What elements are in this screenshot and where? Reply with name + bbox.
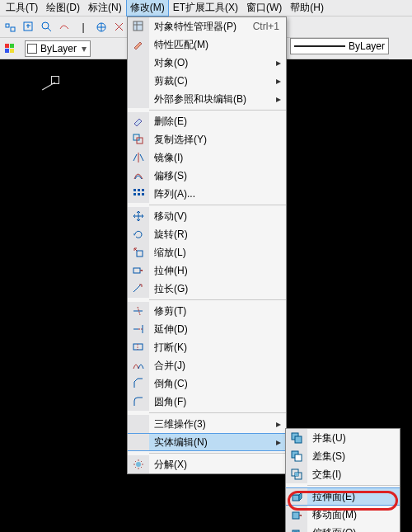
svg-rect-0 [6,24,9,27]
menu-item-match-properties[interactable]: 特性匹配(M) [128,35,286,54]
svg-rect-18 [137,251,143,257]
menu-item-object[interactable]: 对象(O)▸ [128,54,286,72]
layer-color-combo[interactable]: ByLayer ▾ [25,40,91,57]
menu-item-join[interactable]: 合并(J) [128,356,286,374]
menu-tools[interactable]: 工具(T) [2,0,42,16]
extend-icon [128,320,149,338]
tool-btn-5[interactable] [94,20,109,35]
menu-item-clip[interactable]: 剪裁(C)▸ [128,72,286,90]
svg-rect-7 [5,49,9,53]
menu-window[interactable]: 窗口(W) [242,0,286,16]
menu-bar: 工具(T) 绘图(D) 标注(N) 修改(M) ET扩展工具(X) 窗口(W) … [0,0,412,16]
move-icon [128,207,149,225]
svg-rect-1 [11,27,15,31]
menu-item-erase[interactable]: 删除(E) [128,112,286,130]
linetype-combo[interactable]: ByLayer [290,38,389,54]
svg-rect-19 [133,268,140,273]
svg-rect-25 [295,454,302,461]
menu-item-offset[interactable]: 偏移(S) [128,167,286,185]
menu-item-3d-operations[interactable]: 三维操作(3)▸ [128,415,286,433]
offset-face-icon [286,524,307,532]
svg-rect-5 [5,44,9,48]
submenu-arrow-icon: ▸ [274,418,283,430]
menu-item-move[interactable]: 移动(V) [128,207,286,225]
menu-item-explode[interactable]: 分解(X) [128,455,286,473]
explode-icon [128,455,149,473]
menu-item-trim[interactable]: 修剪(T) [128,302,286,320]
submenu-item-union[interactable]: 并集(U) [286,429,400,447]
menu-modify[interactable]: 修改(M) [126,0,169,16]
svg-rect-14 [142,189,144,191]
layer-color-label: ByLayer [40,43,77,54]
menu-item-rotate[interactable]: 旋转(R) [128,225,286,243]
svg-rect-29 [293,495,299,501]
array-icon [128,185,149,203]
menu-item-fillet[interactable]: 圆角(F) [128,393,286,411]
submenu-item-subtract[interactable]: 差集(S) [286,447,400,465]
svg-rect-30 [293,512,299,519]
submenu-item-extrude-face[interactable]: 拉伸面(E) [286,487,400,506]
svg-rect-12 [133,189,136,191]
menu-item-array[interactable]: 阵列(A)... [128,185,286,203]
linetype-preview-icon [294,45,345,47]
rotate-icon [128,225,149,243]
menu-help[interactable]: 帮助(H) [286,0,328,16]
join-icon [128,356,149,374]
extrude-face-icon [286,488,307,505]
trim-icon [128,302,149,320]
submenu-arrow-icon: ▸ [274,75,283,87]
menu-item-copy[interactable]: 复制选择(Y) [128,130,286,148]
submenu-arrow-icon: ▸ [274,93,283,105]
stretch-icon [128,261,149,280]
linetype-label: ByLayer [349,40,385,52]
copy-icon [128,130,149,148]
subtract-icon [286,447,307,465]
svg-rect-6 [10,44,14,48]
menu-item-extend[interactable]: 延伸(D) [128,320,286,338]
svg-point-21 [136,462,141,467]
offset-icon [128,167,149,185]
colorpicker-icon[interactable] [3,42,16,55]
menu-item-lengthen[interactable]: 拉长(G) [128,280,286,298]
menu-et-tools[interactable]: ET扩展工具(X) [169,0,242,16]
tool-btn-1[interactable] [3,20,18,35]
menu-item-properties-manager[interactable]: 对象特性管理器(P)Ctrl+1 [128,17,286,35]
submenu-item-intersect[interactable]: 交集(I) [286,465,400,483]
menu-item-chamfer[interactable]: 倒角(C) [128,374,286,393]
menu-item-scale[interactable]: 缩放(L) [128,243,286,261]
svg-rect-17 [142,193,144,195]
tool-btn-2[interactable] [21,20,36,35]
menu-dimension[interactable]: 标注(N) [84,0,126,16]
svg-rect-28 [295,473,298,476]
erase-icon [128,112,149,130]
svg-rect-23 [295,436,302,443]
menu-item-stretch[interactable]: 拉伸(H) [128,261,286,280]
chevron-down-icon: ▾ [80,41,88,56]
modify-menu: 对象特性管理器(P)Ctrl+1 特性匹配(M) 对象(O)▸ 剪裁(C)▸ 外… [127,16,287,474]
submenu-item-offset-face[interactable]: 偏移面(O) [286,524,400,532]
menu-draw[interactable]: 绘图(D) [42,0,84,16]
tool-btn-6[interactable] [112,20,127,35]
submenu-arrow-icon: ▸ [274,436,283,448]
union-icon [286,429,307,447]
right-toolbar-edge [389,16,412,59]
svg-point-3 [42,22,49,29]
svg-rect-15 [133,193,136,195]
mirror-icon [128,148,149,167]
viewport[interactable] [0,59,128,532]
menu-item-xref-edit[interactable]: 外部参照和块编辑(B)▸ [128,90,286,108]
menu-item-mirror[interactable]: 镜像(I) [128,148,286,167]
svg-rect-20 [133,344,143,350]
menu-item-solids-editing[interactable]: 实体编辑(N)▸ [128,433,286,451]
lengthen-icon [128,280,149,298]
svg-rect-13 [138,189,140,191]
match-icon [128,35,149,54]
color-swatch-icon [27,44,37,54]
tool-btn-4[interactable] [58,20,73,35]
svg-rect-16 [138,193,140,195]
grip-icon: | [76,20,91,35]
tool-btn-3[interactable] [40,20,54,35]
menu-item-break[interactable]: 打断(K) [128,338,286,356]
svg-rect-9 [133,21,143,31]
submenu-item-move-face[interactable]: 移动面(M) [286,506,400,524]
